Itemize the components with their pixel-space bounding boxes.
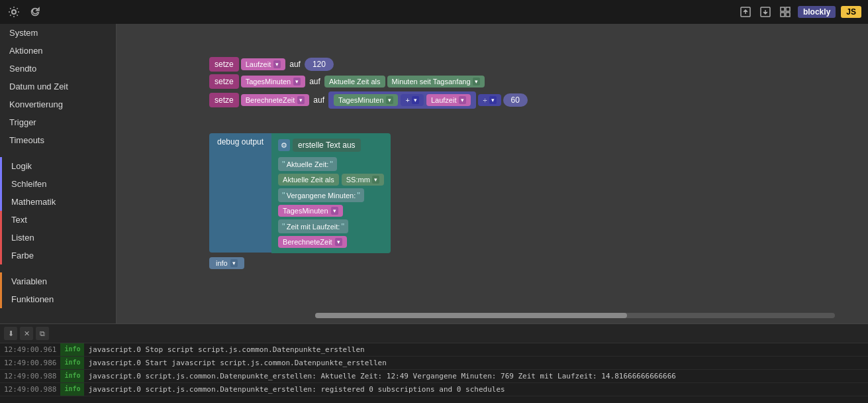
scrollbar-thumb[interactable] <box>315 313 627 318</box>
var-laufzeit[interactable]: Laufzeit ▾ <box>241 58 286 70</box>
sidebar-label-mathematik: Mathematik <box>11 197 56 207</box>
log-copy-button[interactable]: ⧉ <box>36 327 49 340</box>
plus-text: + <box>405 96 409 104</box>
info-dropdown[interactable]: ▾ <box>230 259 238 267</box>
topbar: blockly JS <box>0 0 868 24</box>
sidebar-item-timeouts[interactable]: Timeouts <box>0 131 116 149</box>
sidebar-item-konvertierung[interactable]: Konvertierung <box>0 95 116 113</box>
var-tagesminuten-2-dropdown[interactable]: ▾ <box>331 207 338 215</box>
laufzeit-op-dropdown[interactable]: ▾ <box>459 96 466 104</box>
sidebar: System Aktionen Sendto Datum und Zeit Ko… <box>0 24 117 323</box>
sidebar-label-listen: Listen <box>11 233 34 243</box>
sidebar-item-schleifen[interactable]: Schleifen <box>0 175 116 193</box>
log-download-button[interactable]: ⬇ <box>4 327 17 340</box>
sidebar-item-text[interactable]: Text <box>0 211 116 229</box>
var-tagesminuten[interactable]: TagesMinuten ▾ <box>241 76 306 87</box>
debug-output-block[interactable]: debug output <box>209 133 271 253</box>
sidebar-item-sendto[interactable]: Sendto <box>0 60 116 78</box>
sidebar-item-funktionen[interactable]: Funktionen <box>0 290 116 308</box>
sidebar-item-trigger[interactable]: Trigger <box>0 113 116 131</box>
quote-close-2: " <box>357 190 360 200</box>
aktuelle-zeit-als-block[interactable]: Aktuelle Zeit als <box>278 174 339 186</box>
var-berechnetezeit-dropdown[interactable]: ▾ <box>297 96 305 104</box>
blockly-badge[interactable]: blockly <box>798 6 836 18</box>
ss-mm-block[interactable]: SS:mm ▾ <box>342 174 384 186</box>
div-op[interactable]: ÷ ▾ <box>478 94 501 106</box>
string-aktuelle-zeit[interactable]: " Aktuelle Zeit: " <box>278 157 337 171</box>
log-row-4: 12:49:00.988 info javascript.0 script.js… <box>0 383 868 396</box>
log-clear-button[interactable]: ✕ <box>20 327 33 340</box>
sidebar-item-variablen[interactable]: Variablen <box>0 272 116 290</box>
var-tagesminuten-dropdown[interactable]: ▾ <box>293 78 301 86</box>
setze-laufzeit-block: setze Laufzeit ▾ auf 120 <box>209 57 528 72</box>
var-berechnetezeit-2[interactable]: BerechneteZeit ▾ <box>278 236 347 248</box>
sidebar-label-konvertierung: Konvertierung <box>9 99 63 109</box>
value-60[interactable]: 60 <box>503 93 528 107</box>
minuten-seit-block[interactable]: Minuten seit Tagsanfang ▾ <box>387 76 485 87</box>
setze-label-1: setze <box>209 57 239 72</box>
quote-open-2: " <box>282 190 285 200</box>
string-vergangene[interactable]: " Vergangene Minuten: " <box>278 188 364 202</box>
sidebar-item-farbe[interactable]: Farbe <box>0 247 116 264</box>
topbar-left <box>7 5 42 19</box>
aktuelle-zeit-als-text: Aktuelle Zeit als <box>283 176 334 184</box>
js-badge[interactable]: JS <box>841 6 861 18</box>
plus-dropdown[interactable]: ▾ <box>412 96 419 104</box>
berechnetezeit-row: BerechneteZeit ▾ <box>278 236 384 248</box>
debug-output-text: debug output <box>217 137 264 146</box>
log-time-2: 12:49:00.986 <box>0 357 60 369</box>
var-berechnetezeit-2-dropdown[interactable]: ▾ <box>335 238 342 246</box>
horizontal-scrollbar[interactable] <box>315 313 835 318</box>
sidebar-item-mathematik[interactable]: Mathematik <box>0 193 116 211</box>
import-icon[interactable] <box>758 5 773 19</box>
log-message-4: javascript.0 script.js.common.Datenpunkt… <box>84 383 508 396</box>
string-zeit-mit-laufzeit[interactable]: " Zeit mit Laufzeit: " <box>278 219 348 233</box>
topbar-right: blockly JS <box>738 5 861 19</box>
tagesminuten-op-dropdown[interactable]: ▾ <box>386 96 393 104</box>
string-aktuelle-zeit-text: Aktuelle Zeit: <box>287 160 329 168</box>
sidebar-label-schleifen: Schleifen <box>11 179 46 189</box>
sidebar-label-datum-und-zeit: Datum und Zeit <box>9 82 68 91</box>
string-vergangene-text: Vergangene Minuten: <box>287 192 356 200</box>
sidebar-item-logik[interactable]: Logik <box>0 157 116 175</box>
log-message-1: javascript.0 Stop script script.js.commo… <box>84 343 368 356</box>
sidebar-item-aktionen[interactable]: Aktionen <box>0 42 116 60</box>
laufzeit-op-text: Laufzeit <box>431 96 457 104</box>
var-tagesminuten-2[interactable]: TagesMinuten ▾ <box>278 205 343 217</box>
log-time-4: 12:49:00.988 <box>0 383 60 396</box>
string-row-3: " Zeit mit Laufzeit: " <box>278 219 384 233</box>
ss-mm-dropdown[interactable]: ▾ <box>372 176 379 184</box>
svg-rect-5 <box>781 13 785 17</box>
aktuelle-zeit-block[interactable]: Aktuelle Zeit als <box>324 76 385 87</box>
sidebar-item-system[interactable]: System <box>0 24 116 42</box>
var-berechnetezeit-2-text: BerechneteZeit <box>283 238 332 246</box>
gear-icon[interactable]: ⚙ <box>278 139 290 151</box>
div-dropdown[interactable]: ▾ <box>489 96 497 104</box>
log-toolbar: ⬇ ✕ ⧉ <box>0 324 868 343</box>
grid-icon[interactable] <box>778 5 793 19</box>
info-text: info <box>216 259 228 267</box>
log-message-3: javascript.0 script.js.common.Datenpunkt… <box>84 370 679 382</box>
var-berechnetezeit[interactable]: BerechneteZeit ▾ <box>241 94 310 106</box>
canvas-area[interactable]: setze Laufzeit ▾ auf 120 setze TagesMinu… <box>117 24 868 323</box>
tagesminuten-op[interactable]: TagesMinuten ▾ <box>334 94 399 106</box>
debug-container: debug output ⚙ erstelle Text aus " Aktue… <box>209 133 391 253</box>
var-laufzeit-text: Laufzeit <box>246 60 271 68</box>
settings-icon[interactable] <box>7 5 21 19</box>
laufzeit-op[interactable]: Laufzeit ▾ <box>426 94 471 106</box>
log-level-2: info <box>60 357 84 369</box>
erstelle-header: ⚙ erstelle Text aus <box>278 139 384 152</box>
sidebar-label-logik: Logik <box>11 161 32 171</box>
var-laufzeit-dropdown[interactable]: ▾ <box>273 60 281 68</box>
auf-label-2: auf <box>307 77 322 86</box>
value-120[interactable]: 120 <box>305 58 334 71</box>
plus-op[interactable]: + ▾ <box>401 94 423 106</box>
sidebar-item-datum-und-zeit[interactable]: Datum und Zeit <box>0 78 116 95</box>
minuten-dropdown[interactable]: ▾ <box>473 78 480 86</box>
refresh-icon[interactable] <box>28 5 42 19</box>
info-block[interactable]: info ▾ <box>209 257 244 269</box>
export-icon[interactable] <box>738 5 753 19</box>
sidebar-label-trigger: Trigger <box>9 117 36 127</box>
sidebar-item-listen[interactable]: Listen <box>0 229 116 247</box>
setze-label-3: setze <box>209 93 239 107</box>
